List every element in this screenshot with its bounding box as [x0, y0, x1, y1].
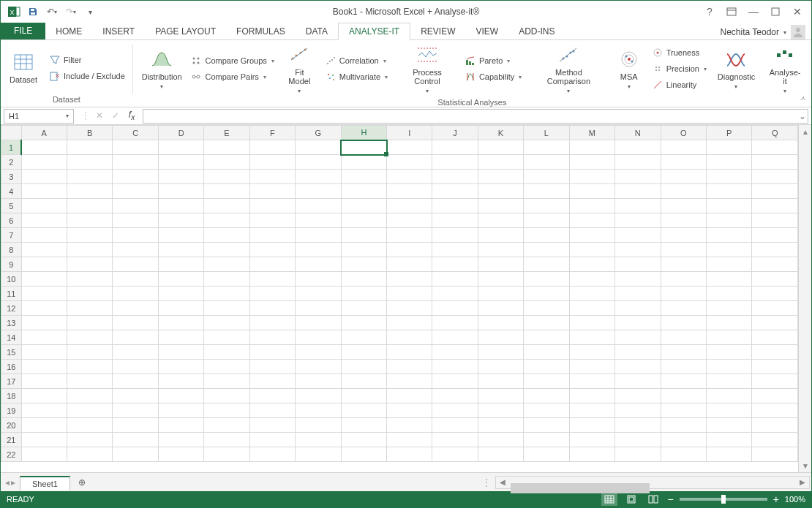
- cell-C9[interactable]: [113, 257, 158, 272]
- cell-M18[interactable]: [569, 389, 614, 403]
- cell-B11[interactable]: [67, 287, 113, 301]
- cell-H21[interactable]: [341, 433, 386, 447]
- cell-G14[interactable]: [296, 330, 341, 345]
- column-header-M[interactable]: M: [569, 126, 614, 140]
- column-header-N[interactable]: N: [615, 126, 661, 140]
- cell-E4[interactable]: [204, 184, 249, 199]
- formula-input[interactable]: [143, 109, 797, 124]
- linearity-button[interactable]: Linearity: [649, 77, 710, 92]
- cell-G21[interactable]: [296, 433, 341, 447]
- cell-P13[interactable]: [706, 316, 751, 330]
- cell-A12[interactable]: [21, 301, 67, 316]
- cell-A3[interactable]: [21, 170, 67, 184]
- cell-C22[interactable]: [113, 447, 158, 462]
- cell-B19[interactable]: [67, 403, 113, 418]
- cell-H6[interactable]: [341, 213, 386, 228]
- cell-K9[interactable]: [478, 257, 523, 272]
- cell-B18[interactable]: [67, 389, 113, 403]
- cell-C19[interactable]: [113, 403, 158, 418]
- cell-G9[interactable]: [296, 257, 341, 272]
- column-header-O[interactable]: O: [661, 126, 706, 140]
- correlation-button[interactable]: Correlation▾: [322, 53, 391, 68]
- cell-Q6[interactable]: [752, 213, 798, 228]
- column-header-E[interactable]: E: [204, 126, 249, 140]
- cell-P18[interactable]: [706, 389, 751, 403]
- cell-J16[interactable]: [432, 360, 478, 374]
- collapse-ribbon-button[interactable]: ㅅ: [800, 94, 807, 104]
- cell-F20[interactable]: [249, 418, 295, 433]
- cell-I8[interactable]: [387, 243, 432, 257]
- cell-P9[interactable]: [706, 257, 751, 272]
- cell-O3[interactable]: [661, 170, 706, 184]
- cell-M15[interactable]: [569, 345, 614, 360]
- cell-A2[interactable]: [21, 155, 67, 170]
- cell-D10[interactable]: [158, 272, 203, 287]
- cell-L11[interactable]: [524, 287, 569, 301]
- cell-B17[interactable]: [67, 374, 113, 389]
- zoom-slider[interactable]: [680, 498, 767, 501]
- cell-C16[interactable]: [113, 360, 158, 374]
- cell-L17[interactable]: [524, 374, 569, 389]
- cell-B12[interactable]: [67, 301, 113, 316]
- cell-G7[interactable]: [296, 228, 341, 243]
- cell-A9[interactable]: [21, 257, 67, 272]
- cell-N16[interactable]: [615, 360, 661, 374]
- cell-F4[interactable]: [249, 184, 295, 199]
- cell-A17[interactable]: [21, 374, 67, 389]
- column-header-F[interactable]: F: [249, 126, 295, 140]
- column-header-P[interactable]: P: [706, 126, 751, 140]
- zoom-in-button[interactable]: +: [773, 493, 779, 505]
- zoom-level[interactable]: 100%: [785, 495, 805, 504]
- cell-C5[interactable]: [113, 199, 158, 213]
- cell-I5[interactable]: [387, 199, 432, 213]
- cell-B10[interactable]: [67, 272, 113, 287]
- cell-N14[interactable]: [615, 330, 661, 345]
- cell-J18[interactable]: [432, 389, 478, 403]
- cell-H18[interactable]: [341, 389, 386, 403]
- cell-I19[interactable]: [387, 403, 432, 418]
- cell-G1[interactable]: [296, 140, 341, 155]
- tab-review[interactable]: REVIEW: [410, 23, 465, 39]
- cell-L15[interactable]: [524, 345, 569, 360]
- fit-model-button[interactable]: Fit Model▾: [279, 42, 320, 96]
- row-header-15[interactable]: 15: [1, 345, 22, 360]
- cell-E19[interactable]: [204, 403, 249, 418]
- cell-K18[interactable]: [478, 389, 523, 403]
- cell-Q19[interactable]: [752, 403, 798, 418]
- cell-I12[interactable]: [387, 301, 432, 316]
- tab-add-ins[interactable]: ADD-INS: [508, 23, 565, 39]
- cell-K8[interactable]: [478, 243, 523, 257]
- cell-C4[interactable]: [113, 184, 158, 199]
- cell-C12[interactable]: [113, 301, 158, 316]
- cell-B9[interactable]: [67, 257, 113, 272]
- user-avatar-icon[interactable]: [791, 25, 805, 39]
- cell-G16[interactable]: [296, 360, 341, 374]
- cell-F21[interactable]: [249, 433, 295, 447]
- cell-H16[interactable]: [341, 360, 386, 374]
- cell-K1[interactable]: [478, 140, 523, 155]
- undo-button[interactable]: ↶▾: [43, 3, 61, 20]
- cell-M3[interactable]: [569, 170, 614, 184]
- cell-A15[interactable]: [21, 345, 67, 360]
- analyse-it-button[interactable]: Analyse-it▾: [763, 42, 807, 96]
- cell-A5[interactable]: [21, 199, 67, 213]
- cell-L18[interactable]: [524, 389, 569, 403]
- cell-O18[interactable]: [661, 389, 706, 403]
- cell-Q8[interactable]: [752, 243, 798, 257]
- user-name[interactable]: Nechita Teodor: [721, 27, 780, 37]
- cell-N20[interactable]: [615, 418, 661, 433]
- cell-H19[interactable]: [341, 403, 386, 418]
- cell-L22[interactable]: [524, 447, 569, 462]
- cell-G22[interactable]: [296, 447, 341, 462]
- cell-F6[interactable]: [249, 213, 295, 228]
- cell-K19[interactable]: [478, 403, 523, 418]
- cell-E16[interactable]: [204, 360, 249, 374]
- cell-Q16[interactable]: [752, 360, 798, 374]
- cell-J2[interactable]: [432, 155, 478, 170]
- cell-Q3[interactable]: [752, 170, 798, 184]
- precision-button[interactable]: Precision▾: [649, 61, 710, 76]
- cell-H13[interactable]: [341, 316, 386, 330]
- cell-Q7[interactable]: [752, 228, 798, 243]
- cell-A10[interactable]: [21, 272, 67, 287]
- cell-D11[interactable]: [158, 287, 203, 301]
